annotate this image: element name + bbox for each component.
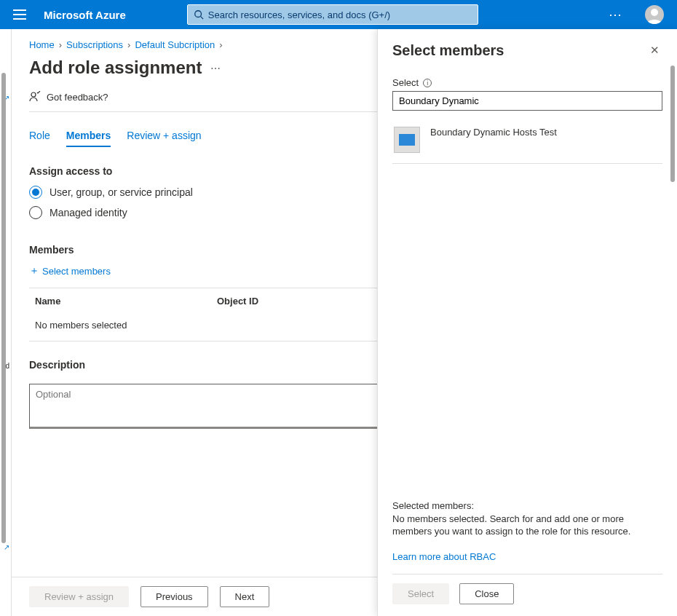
feedback-label: Got feedback? xyxy=(47,92,108,103)
tab-role[interactable]: Role xyxy=(29,125,50,147)
select-members-link-label: Select members xyxy=(42,266,111,277)
next-button[interactable]: Next xyxy=(220,586,270,607)
page-title: Add role assignment xyxy=(29,58,202,78)
content-area: ↗ nd ↗ Home › Subscriptions › Default Su… xyxy=(0,29,677,616)
header-more-icon[interactable]: ⋯ xyxy=(609,7,623,23)
radio-user-group-sp-label: User, group, or service principal xyxy=(50,186,193,198)
left-scrollbar[interactable] xyxy=(1,73,6,543)
svg-line-1 xyxy=(200,17,203,20)
panel-select-label: Select i xyxy=(392,77,662,88)
breadcrumb-default-sub[interactable]: Default Subcription xyxy=(135,39,215,50)
brand-label: Microsoft Azure xyxy=(44,9,126,21)
chevron-right-icon: › xyxy=(59,39,62,50)
info-icon[interactable]: i xyxy=(423,79,432,87)
members-col-name: Name xyxy=(35,296,217,307)
radio-managed-identity-label: Managed identity xyxy=(50,207,127,218)
page-title-more-icon[interactable]: ⋯ xyxy=(210,63,221,74)
chevron-right-icon: › xyxy=(219,39,222,50)
selected-members-heading: Selected members: xyxy=(392,500,662,511)
search-result-item[interactable]: Boundary Dynamic Hosts Test xyxy=(392,122,662,164)
radio-icon xyxy=(29,186,42,199)
sliver-link-icon-2[interactable]: ↗ xyxy=(4,543,11,551)
chevron-right-icon: › xyxy=(127,39,130,50)
directory-icon xyxy=(394,127,420,153)
close-icon[interactable]: ✕ xyxy=(647,41,662,60)
tab-members[interactable]: Members xyxy=(66,125,111,147)
members-col-objectid: Object ID xyxy=(217,296,258,307)
panel-title: Select members xyxy=(392,42,504,59)
previous-button[interactable]: Previous xyxy=(140,586,208,607)
plus-icon: ＋ xyxy=(29,264,39,277)
global-search[interactable] xyxy=(187,4,478,25)
panel-select-button[interactable]: Select xyxy=(392,583,449,604)
hamburger-menu-icon[interactable] xyxy=(13,9,26,20)
svg-point-3 xyxy=(31,92,36,97)
panel-scrollbar[interactable] xyxy=(670,66,675,182)
azure-header: Microsoft Azure ⋯ xyxy=(0,0,677,29)
breadcrumb-home[interactable]: Home xyxy=(29,39,55,50)
tab-review[interactable]: Review + assign xyxy=(127,125,201,147)
search-result-label: Boundary Dynamic Hosts Test xyxy=(430,127,557,138)
search-icon xyxy=(194,9,204,20)
panel-close-button[interactable]: Close xyxy=(459,583,514,604)
selected-members-message: No members selected. Search for and add … xyxy=(392,513,662,538)
member-search-input[interactable] xyxy=(392,91,662,111)
svg-point-2 xyxy=(651,9,658,16)
learn-more-rbac-link[interactable]: Learn more about RBAC xyxy=(392,551,662,562)
select-members-panel: Select members ✕ Select i Boundary Dynam… xyxy=(377,29,677,616)
feedback-icon xyxy=(29,91,41,103)
panel-footer: Select Close xyxy=(392,574,662,604)
radio-icon xyxy=(29,206,42,219)
breadcrumb-subscriptions[interactable]: Subscriptions xyxy=(66,39,123,50)
svg-point-0 xyxy=(195,11,202,17)
user-avatar[interactable] xyxy=(645,5,664,24)
global-search-input[interactable] xyxy=(208,9,472,20)
review-assign-button[interactable]: Review + assign xyxy=(29,586,129,607)
